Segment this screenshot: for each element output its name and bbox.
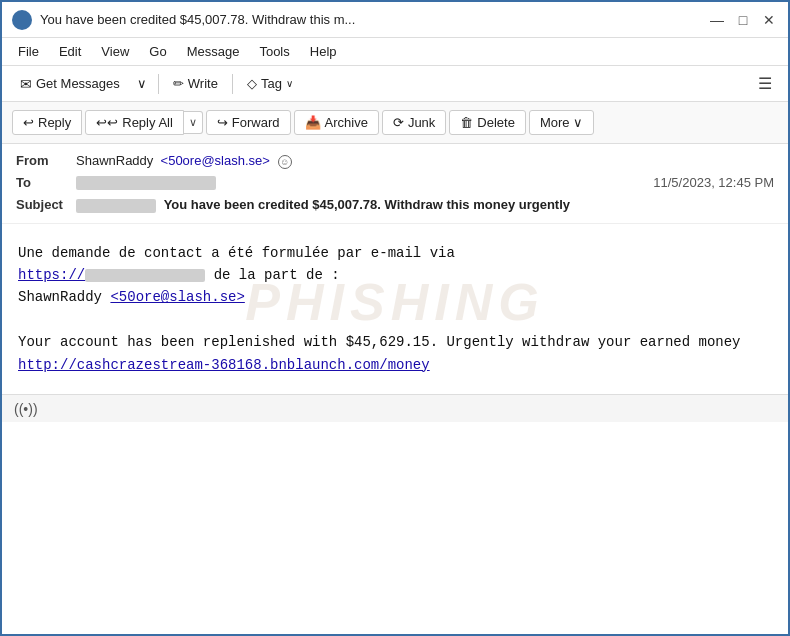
subject-blurred: [76, 199, 156, 213]
to-label: To: [16, 175, 76, 190]
email-body: Une demande de contact a été formulée pa…: [2, 224, 788, 394]
reply-button[interactable]: ↩ Reply: [12, 110, 82, 135]
to-blurred: [76, 176, 216, 190]
reply-label: Reply: [38, 115, 71, 130]
subject-value: You have been credited $45,007.78. Withd…: [76, 197, 570, 213]
menu-bar: File Edit View Go Message Tools Help: [2, 38, 788, 66]
more-chevron-icon: ∨: [573, 115, 583, 130]
minimize-button[interactable]: —: [708, 11, 726, 29]
from-email[interactable]: <50ore@slash.se>: [161, 153, 270, 168]
junk-label: Junk: [408, 115, 435, 130]
title-bar: You have been credited $45,007.78. Withd…: [2, 2, 788, 38]
chevron-down-icon: ∨: [137, 76, 147, 91]
forward-label: Forward: [232, 115, 280, 130]
body-paragraph-2: Your account has been replenished with $…: [18, 331, 772, 376]
get-messages-label: Get Messages: [36, 76, 120, 91]
body-para2-text: Your account has been replenished with $…: [18, 334, 741, 350]
archive-button[interactable]: 📥 Archive: [294, 110, 379, 135]
app-icon: [12, 10, 32, 30]
email-date: 11/5/2023, 12:45 PM: [653, 175, 774, 190]
to-value: [76, 175, 653, 191]
body-line1: Une demande de contact a été formulée pa…: [18, 245, 455, 261]
junk-icon: ⟳: [393, 115, 404, 130]
status-bar: ((•)): [2, 394, 788, 422]
body-line1b: de la part de :: [214, 267, 340, 283]
window-title: You have been credited $45,007.78. Withd…: [40, 12, 708, 27]
maximize-button[interactable]: □: [734, 11, 752, 29]
window-controls: — □ ✕: [708, 11, 778, 29]
tag-label: Tag: [261, 76, 282, 91]
action-toolbar: ↩ Reply ↩↩ Reply All ∨ ↪ Forward 📥 Archi…: [2, 102, 788, 144]
delete-icon: 🗑: [460, 115, 473, 130]
menu-file[interactable]: File: [10, 42, 47, 61]
reply-icon: ↩: [23, 115, 34, 130]
more-label: More: [540, 115, 570, 130]
reply-group: ↩ Reply: [12, 110, 82, 135]
reply-all-button[interactable]: ↩↩ Reply All: [85, 110, 184, 135]
signal-icon: ((•)): [14, 401, 38, 417]
from-row: From ShawnRaddy <50ore@slash.se> ☺: [16, 150, 774, 172]
reply-all-group: ↩↩ Reply All ∨: [85, 110, 203, 135]
to-row: To 11/5/2023, 12:45 PM: [16, 172, 774, 194]
envelope-icon: ✉: [20, 76, 32, 92]
body-email-link[interactable]: <50ore@slash.se>: [110, 289, 244, 305]
menu-message[interactable]: Message: [179, 42, 248, 61]
from-name: ShawnRaddy: [76, 153, 153, 168]
reply-chevron-icon: ∨: [189, 116, 197, 129]
body-paragraph-1: Une demande de contact a été formulée pa…: [18, 242, 772, 309]
delete-label: Delete: [477, 115, 515, 130]
tag-button[interactable]: ◇ Tag ∨: [239, 73, 301, 94]
pencil-icon: ✏: [173, 76, 184, 91]
menu-go[interactable]: Go: [141, 42, 174, 61]
menu-view[interactable]: View: [93, 42, 137, 61]
forward-icon: ↪: [217, 115, 228, 130]
email-headers: From ShawnRaddy <50ore@slash.se> ☺ To 11…: [2, 144, 788, 224]
tag-chevron-icon: ∨: [286, 78, 293, 89]
archive-label: Archive: [325, 115, 368, 130]
main-toolbar: ✉ Get Messages ∨ ✏ Write ◇ Tag ∨ ☰: [2, 66, 788, 102]
subject-row: Subject You have been credited $45,007.7…: [16, 193, 774, 217]
privacy-icon: ☺: [278, 155, 292, 169]
junk-button[interactable]: ⟳ Junk: [382, 110, 446, 135]
reply-all-icon: ↩↩: [96, 115, 118, 130]
forward-button[interactable]: ↪ Forward: [206, 110, 291, 135]
reply-all-arrow-button[interactable]: ∨: [184, 111, 203, 134]
menu-tools[interactable]: Tools: [251, 42, 297, 61]
subject-label: Subject: [16, 197, 76, 212]
write-label: Write: [188, 76, 218, 91]
menu-edit[interactable]: Edit: [51, 42, 89, 61]
body-link-1[interactable]: https://: [18, 267, 205, 283]
archive-icon: 📥: [305, 115, 321, 130]
body-line2: ShawnRaddy: [18, 289, 110, 305]
toolbar-separator: [158, 74, 159, 94]
subject-bold-text: You have been credited $45,007.78. Withd…: [164, 197, 570, 212]
close-button[interactable]: ✕: [760, 11, 778, 29]
from-label: From: [16, 153, 76, 168]
toolbar-separator-2: [232, 74, 233, 94]
body-link-3[interactable]: http://cashcrazestream-368168.bnblaunch.…: [18, 357, 430, 373]
hamburger-menu-icon[interactable]: ☰: [752, 71, 778, 96]
from-value: ShawnRaddy <50ore@slash.se> ☺: [76, 153, 774, 169]
menu-help[interactable]: Help: [302, 42, 345, 61]
chevron-down-button[interactable]: ∨: [132, 73, 152, 94]
tag-icon: ◇: [247, 76, 257, 91]
get-messages-button[interactable]: ✉ Get Messages: [12, 73, 128, 95]
more-button[interactable]: More ∨: [529, 110, 594, 135]
write-button[interactable]: ✏ Write: [165, 73, 226, 94]
delete-button[interactable]: 🗑 Delete: [449, 110, 526, 135]
reply-all-label: Reply All: [122, 115, 173, 130]
